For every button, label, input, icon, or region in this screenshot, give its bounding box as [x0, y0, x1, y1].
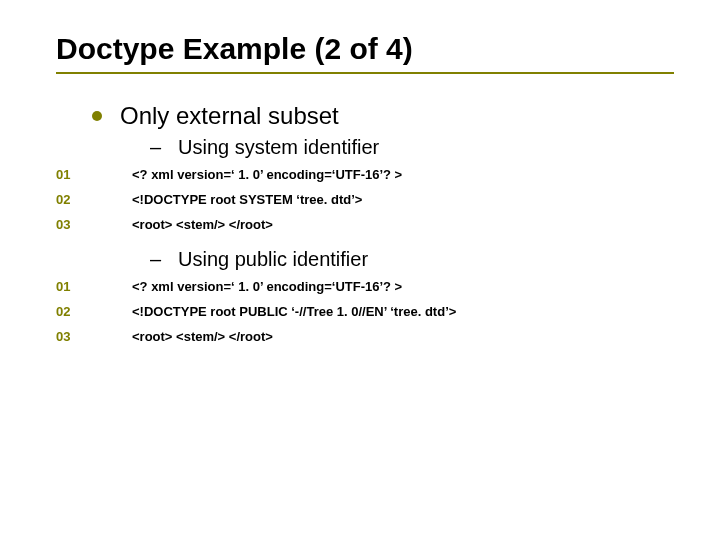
slide: Doctype Example (2 of 4) Only external s…: [0, 0, 720, 540]
dash-icon: –: [150, 136, 162, 159]
code-block: 01 <? xml version=‘ 1. 0’ encoding=‘UTF-…: [46, 167, 674, 232]
line-number: 01: [46, 167, 132, 182]
line-number: 01: [46, 279, 132, 294]
code-row: 03 <root> <stem/> </root>: [46, 329, 674, 344]
code-line: <? xml version=‘ 1. 0’ encoding=‘UTF-16’…: [132, 279, 402, 294]
code-line: <!DOCTYPE root SYSTEM ‘tree. dtd’>: [132, 192, 362, 207]
sub-bullet-text: Using system identifier: [178, 136, 379, 159]
code-line: <root> <stem/> </root>: [132, 217, 273, 232]
bullet-icon: [92, 111, 102, 121]
title-rule: [56, 72, 674, 74]
code-row: 01 <? xml version=‘ 1. 0’ encoding=‘UTF-…: [46, 167, 674, 182]
sub-bullet: – Using system identifier: [150, 136, 674, 159]
line-number: 03: [46, 217, 132, 232]
code-row: 02 <!DOCTYPE root SYSTEM ‘tree. dtd’>: [46, 192, 674, 207]
code-row: 03 <root> <stem/> </root>: [46, 217, 674, 232]
line-number: 03: [46, 329, 132, 344]
code-line: <? xml version=‘ 1. 0’ encoding=‘UTF-16’…: [132, 167, 402, 182]
code-block: 01 <? xml version=‘ 1. 0’ encoding=‘UTF-…: [46, 279, 674, 344]
slide-title: Doctype Example (2 of 4): [56, 32, 674, 66]
dash-icon: –: [150, 248, 162, 271]
code-line: <!DOCTYPE root PUBLIC ‘-//Tree 1. 0//EN’…: [132, 304, 456, 319]
code-row: 02 <!DOCTYPE root PUBLIC ‘-//Tree 1. 0//…: [46, 304, 674, 319]
sub-bullet: – Using public identifier: [150, 248, 674, 271]
sub-bullet-text: Using public identifier: [178, 248, 368, 271]
code-line: <root> <stem/> </root>: [132, 329, 273, 344]
main-bullet-text: Only external subset: [120, 102, 339, 130]
main-bullet: Only external subset: [92, 102, 674, 130]
line-number: 02: [46, 192, 132, 207]
code-row: 01 <? xml version=‘ 1. 0’ encoding=‘UTF-…: [46, 279, 674, 294]
line-number: 02: [46, 304, 132, 319]
